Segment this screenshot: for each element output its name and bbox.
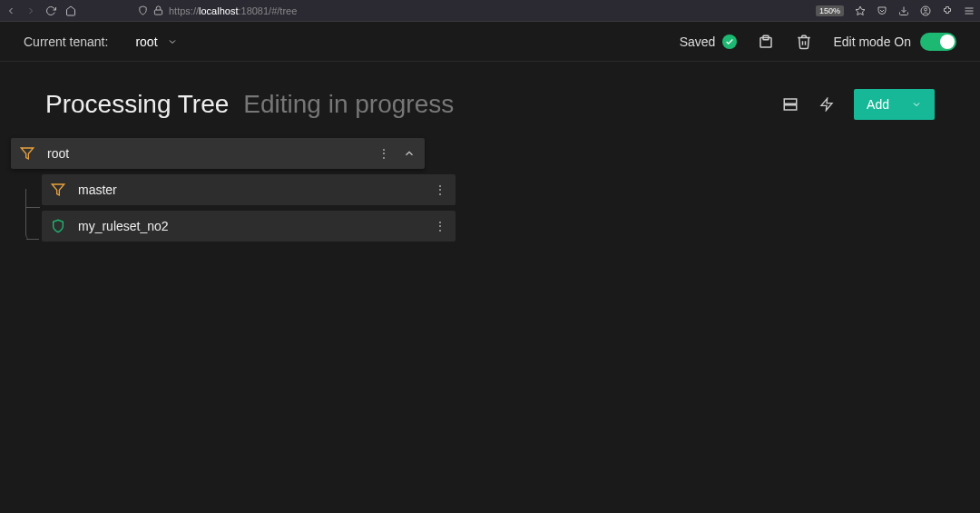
tree-connector xyxy=(25,207,40,208)
saved-label: Saved xyxy=(680,35,716,49)
url-text: https://localhost:18081/#/tree xyxy=(169,5,297,16)
saved-status: Saved xyxy=(680,35,738,49)
forward-icon[interactable] xyxy=(25,5,36,16)
bolt-icon[interactable] xyxy=(818,95,836,113)
funnel-icon xyxy=(51,183,65,197)
reload-icon[interactable] xyxy=(45,5,56,16)
tenant-value: root xyxy=(135,35,157,49)
edit-mode-label: Edit mode On xyxy=(833,35,911,49)
svg-point-4 xyxy=(925,8,927,11)
check-circle-icon xyxy=(722,35,737,49)
trash-icon[interactable] xyxy=(795,33,813,51)
tree-node-child[interactable]: master ⋮ xyxy=(42,174,456,205)
toggle-knob xyxy=(940,35,955,49)
menu-icon[interactable] xyxy=(964,5,975,16)
account-icon[interactable] xyxy=(920,5,931,16)
svg-marker-1 xyxy=(856,6,865,15)
bookmark-star-icon[interactable] xyxy=(855,5,866,16)
page-title: Processing Tree xyxy=(45,90,229,119)
tree-connector xyxy=(25,189,36,240)
edit-mode-toggle[interactable]: Edit mode On xyxy=(833,33,956,51)
tree-node-root[interactable]: root ⋮ xyxy=(11,138,425,169)
kebab-menu-icon[interactable]: ⋮ xyxy=(377,146,390,161)
node-label: root xyxy=(47,146,365,161)
funnel-icon xyxy=(20,146,34,161)
download-icon[interactable] xyxy=(898,5,909,16)
tree-node-child[interactable]: my_ruleset_no2 ⋮ xyxy=(42,211,456,242)
svg-rect-10 xyxy=(784,99,797,104)
chevron-up-icon[interactable] xyxy=(403,147,416,160)
home-icon[interactable] xyxy=(65,5,76,16)
toggle-switch[interactable] xyxy=(920,33,956,51)
page-header: Processing Tree Editing in progress Add xyxy=(0,62,980,138)
kebab-menu-icon[interactable]: ⋮ xyxy=(434,183,446,197)
layout-icon[interactable] xyxy=(781,95,799,113)
kebab-menu-icon[interactable]: ⋮ xyxy=(434,219,446,233)
lock-icon xyxy=(153,5,163,15)
pocket-icon[interactable] xyxy=(877,5,887,16)
add-button-label: Add xyxy=(867,97,889,112)
tenant-label: Current tenant: xyxy=(24,35,108,49)
svg-marker-13 xyxy=(21,148,33,159)
extensions-icon[interactable] xyxy=(942,5,953,16)
chevron-down-icon xyxy=(167,36,178,47)
zoom-badge[interactable]: 150% xyxy=(816,5,844,16)
processing-tree: root ⋮ master ⋮ my_ruleset_no2 ⋮ xyxy=(0,138,980,242)
svg-marker-12 xyxy=(821,98,832,110)
node-label: master xyxy=(78,183,421,197)
tenant-selector[interactable]: root xyxy=(135,35,177,49)
shield-icon xyxy=(138,5,148,15)
svg-rect-0 xyxy=(154,10,162,15)
snapshot-icon[interactable] xyxy=(757,33,775,51)
shield-icon xyxy=(51,219,65,233)
node-label: my_ruleset_no2 xyxy=(78,219,421,233)
browser-toolbar: https://localhost:18081/#/tree 150% xyxy=(0,0,980,22)
back-icon[interactable] xyxy=(5,5,16,16)
tenant-bar: Current tenant: root Saved Edit mode On xyxy=(0,22,980,62)
page-subtitle: Editing in progress xyxy=(243,90,454,119)
svg-marker-14 xyxy=(52,184,64,195)
add-button[interactable]: Add xyxy=(854,89,935,120)
url-bar[interactable]: https://localhost:18081/#/tree xyxy=(138,5,808,16)
chevron-down-icon xyxy=(911,99,922,110)
svg-rect-11 xyxy=(784,105,797,110)
